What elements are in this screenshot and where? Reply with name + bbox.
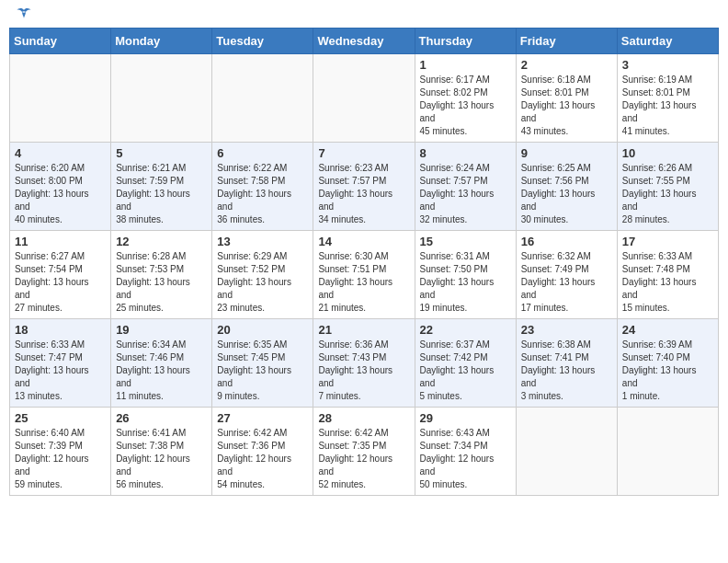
day-info: Sunrise: 6:34 AMSunset: 7:46 PMDaylight:… bbox=[116, 339, 207, 403]
day-info: Sunrise: 6:26 AMSunset: 7:55 PMDaylight:… bbox=[622, 162, 713, 226]
day-info: Sunrise: 6:28 AMSunset: 7:53 PMDaylight:… bbox=[116, 250, 207, 315]
day-number: 12 bbox=[116, 235, 207, 248]
weekday-header-wednesday: Wednesday bbox=[313, 29, 415, 54]
week-row-2: 4Sunrise: 6:20 AMSunset: 8:00 PMDaylight… bbox=[10, 143, 719, 231]
day-number: 21 bbox=[318, 323, 409, 337]
day-number: 27 bbox=[217, 411, 308, 425]
day-cell: 28Sunrise: 6:42 AMSunset: 7:35 PMDayligh… bbox=[313, 408, 415, 496]
day-number: 4 bbox=[15, 146, 106, 160]
day-cell bbox=[212, 54, 313, 143]
day-info: Sunrise: 6:33 AMSunset: 7:48 PMDaylight:… bbox=[622, 250, 713, 315]
day-info: Sunrise: 6:40 AMSunset: 7:39 PMDaylight:… bbox=[15, 427, 106, 491]
day-info: Sunrise: 6:27 AMSunset: 7:54 PMDaylight:… bbox=[15, 250, 106, 315]
day-info: Sunrise: 6:19 AMSunset: 8:01 PMDaylight:… bbox=[622, 74, 713, 138]
day-info: Sunrise: 6:32 AMSunset: 7:49 PMDaylight:… bbox=[521, 250, 612, 315]
day-number: 8 bbox=[420, 146, 511, 160]
day-number: 11 bbox=[15, 235, 106, 248]
day-info: Sunrise: 6:39 AMSunset: 7:40 PMDaylight:… bbox=[622, 339, 713, 403]
day-number: 24 bbox=[622, 323, 713, 337]
day-cell: 17Sunrise: 6:33 AMSunset: 7:48 PMDayligh… bbox=[617, 231, 718, 319]
day-number: 1 bbox=[420, 58, 511, 72]
day-cell: 13Sunrise: 6:29 AMSunset: 7:52 PMDayligh… bbox=[212, 231, 313, 319]
weekday-header-saturday: Saturday bbox=[617, 29, 718, 54]
day-cell: 3Sunrise: 6:19 AMSunset: 8:01 PMDaylight… bbox=[617, 54, 718, 143]
day-info: Sunrise: 6:18 AMSunset: 8:01 PMDaylight:… bbox=[521, 74, 612, 138]
day-number: 13 bbox=[217, 235, 308, 248]
day-cell: 14Sunrise: 6:30 AMSunset: 7:51 PMDayligh… bbox=[313, 231, 415, 319]
day-cell bbox=[10, 54, 111, 143]
day-info: Sunrise: 6:37 AMSunset: 7:42 PMDaylight:… bbox=[420, 339, 511, 403]
day-cell: 26Sunrise: 6:41 AMSunset: 7:38 PMDayligh… bbox=[111, 408, 212, 496]
day-info: Sunrise: 6:21 AMSunset: 7:59 PMDaylight:… bbox=[116, 162, 207, 226]
day-cell: 9Sunrise: 6:25 AMSunset: 7:56 PMDaylight… bbox=[516, 143, 617, 231]
day-info: Sunrise: 6:25 AMSunset: 7:56 PMDaylight:… bbox=[521, 162, 612, 226]
day-info: Sunrise: 6:33 AMSunset: 7:47 PMDaylight:… bbox=[15, 339, 106, 403]
day-number: 9 bbox=[521, 146, 612, 160]
day-cell: 29Sunrise: 6:43 AMSunset: 7:34 PMDayligh… bbox=[415, 408, 516, 496]
day-cell bbox=[516, 408, 617, 496]
weekday-header-tuesday: Tuesday bbox=[212, 29, 313, 54]
day-info: Sunrise: 6:36 AMSunset: 7:43 PMDaylight:… bbox=[318, 339, 409, 403]
day-number: 29 bbox=[420, 411, 511, 425]
day-info: Sunrise: 6:42 AMSunset: 7:35 PMDaylight:… bbox=[318, 427, 409, 491]
day-number: 26 bbox=[116, 411, 207, 425]
day-cell: 20Sunrise: 6:35 AMSunset: 7:45 PMDayligh… bbox=[212, 319, 313, 408]
day-info: Sunrise: 6:43 AMSunset: 7:34 PMDaylight:… bbox=[420, 427, 511, 491]
day-cell: 5Sunrise: 6:21 AMSunset: 7:59 PMDaylight… bbox=[111, 143, 212, 231]
day-info: Sunrise: 6:22 AMSunset: 7:58 PMDaylight:… bbox=[217, 162, 308, 226]
day-number: 16 bbox=[521, 235, 612, 248]
day-number: 19 bbox=[116, 323, 207, 337]
day-info: Sunrise: 6:35 AMSunset: 7:45 PMDaylight:… bbox=[217, 339, 308, 403]
day-number: 25 bbox=[15, 411, 106, 425]
week-row-1: 1Sunrise: 6:17 AMSunset: 8:02 PMDaylight… bbox=[10, 54, 719, 143]
calendar-table: SundayMondayTuesdayWednesdayThursdayFrid… bbox=[9, 28, 719, 496]
logo bbox=[13, 9, 33, 22]
day-cell: 25Sunrise: 6:40 AMSunset: 7:39 PMDayligh… bbox=[10, 408, 111, 496]
day-number: 20 bbox=[217, 323, 308, 337]
day-number: 22 bbox=[420, 323, 511, 337]
day-number: 7 bbox=[318, 146, 409, 160]
day-cell: 16Sunrise: 6:32 AMSunset: 7:49 PMDayligh… bbox=[516, 231, 617, 319]
day-cell: 18Sunrise: 6:33 AMSunset: 7:47 PMDayligh… bbox=[10, 319, 111, 408]
day-cell bbox=[111, 54, 212, 143]
day-cell bbox=[617, 408, 718, 496]
page-header bbox=[9, 9, 719, 22]
day-number: 23 bbox=[521, 323, 612, 337]
day-cell: 6Sunrise: 6:22 AMSunset: 7:58 PMDaylight… bbox=[212, 143, 313, 231]
day-cell: 23Sunrise: 6:38 AMSunset: 7:41 PMDayligh… bbox=[516, 319, 617, 408]
day-cell: 4Sunrise: 6:20 AMSunset: 8:00 PMDaylight… bbox=[10, 143, 111, 231]
day-cell: 8Sunrise: 6:24 AMSunset: 7:57 PMDaylight… bbox=[415, 143, 516, 231]
day-cell: 2Sunrise: 6:18 AMSunset: 8:01 PMDaylight… bbox=[516, 54, 617, 143]
day-cell bbox=[313, 54, 415, 143]
day-info: Sunrise: 6:20 AMSunset: 8:00 PMDaylight:… bbox=[15, 162, 106, 226]
weekday-header-sunday: Sunday bbox=[10, 29, 111, 54]
day-number: 10 bbox=[622, 146, 713, 160]
day-number: 5 bbox=[116, 146, 207, 160]
day-cell: 10Sunrise: 6:26 AMSunset: 7:55 PMDayligh… bbox=[617, 143, 718, 231]
day-cell: 27Sunrise: 6:42 AMSunset: 7:36 PMDayligh… bbox=[212, 408, 313, 496]
weekday-header-thursday: Thursday bbox=[415, 29, 516, 54]
week-row-4: 18Sunrise: 6:33 AMSunset: 7:47 PMDayligh… bbox=[10, 319, 719, 408]
day-info: Sunrise: 6:17 AMSunset: 8:02 PMDaylight:… bbox=[420, 74, 511, 138]
week-row-3: 11Sunrise: 6:27 AMSunset: 7:54 PMDayligh… bbox=[10, 231, 719, 319]
day-info: Sunrise: 6:30 AMSunset: 7:51 PMDaylight:… bbox=[318, 250, 409, 315]
day-info: Sunrise: 6:31 AMSunset: 7:50 PMDaylight:… bbox=[420, 250, 511, 315]
day-info: Sunrise: 6:23 AMSunset: 7:57 PMDaylight:… bbox=[318, 162, 409, 226]
day-info: Sunrise: 6:42 AMSunset: 7:36 PMDaylight:… bbox=[217, 427, 308, 491]
day-number: 3 bbox=[622, 58, 713, 72]
day-cell: 19Sunrise: 6:34 AMSunset: 7:46 PMDayligh… bbox=[111, 319, 212, 408]
week-row-5: 25Sunrise: 6:40 AMSunset: 7:39 PMDayligh… bbox=[10, 408, 719, 496]
day-cell: 1Sunrise: 6:17 AMSunset: 8:02 PMDaylight… bbox=[415, 54, 516, 143]
day-number: 28 bbox=[318, 411, 409, 425]
day-info: Sunrise: 6:41 AMSunset: 7:38 PMDaylight:… bbox=[116, 427, 207, 491]
day-cell: 22Sunrise: 6:37 AMSunset: 7:42 PMDayligh… bbox=[415, 319, 516, 408]
weekday-header-monday: Monday bbox=[111, 29, 212, 54]
day-cell: 24Sunrise: 6:39 AMSunset: 7:40 PMDayligh… bbox=[617, 319, 718, 408]
weekday-header-friday: Friday bbox=[516, 29, 617, 54]
day-cell: 15Sunrise: 6:31 AMSunset: 7:50 PMDayligh… bbox=[415, 231, 516, 319]
day-cell: 21Sunrise: 6:36 AMSunset: 7:43 PMDayligh… bbox=[313, 319, 415, 408]
day-info: Sunrise: 6:38 AMSunset: 7:41 PMDaylight:… bbox=[521, 339, 612, 403]
day-number: 18 bbox=[15, 323, 106, 337]
day-number: 2 bbox=[521, 58, 612, 72]
day-number: 14 bbox=[318, 235, 409, 248]
